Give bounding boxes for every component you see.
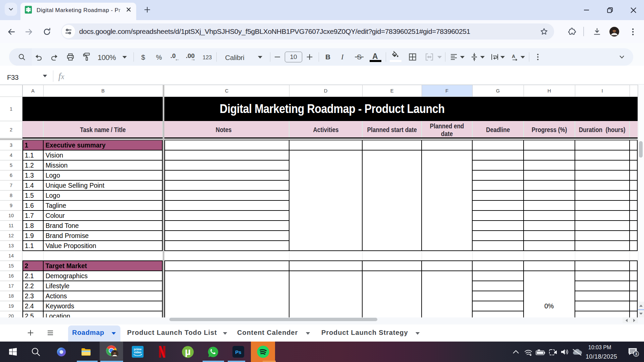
svg-text:µ: µ bbox=[185, 346, 191, 357]
svg-text:A: A bbox=[512, 54, 515, 59]
svg-text:video: video bbox=[134, 351, 142, 354]
svg-text:3: 3 bbox=[635, 352, 637, 356]
svg-text:Ps: Ps bbox=[235, 349, 241, 355]
